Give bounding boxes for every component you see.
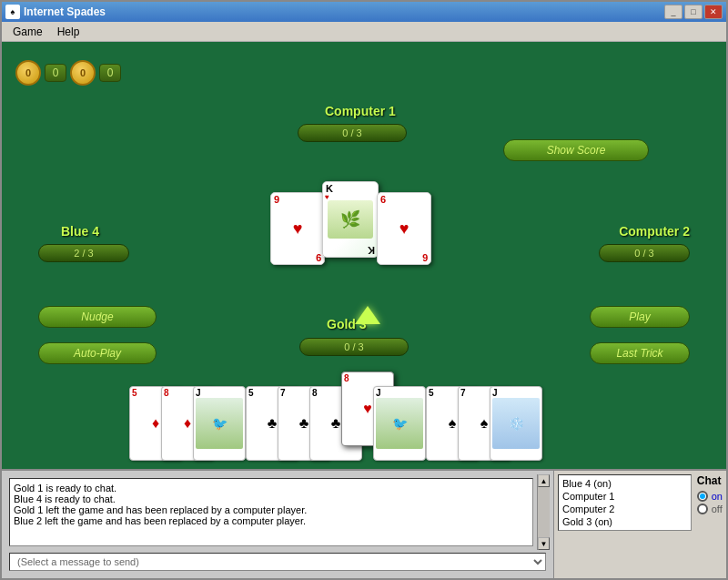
nudge-button[interactable]: Nudge: [38, 306, 157, 328]
hand-card-8[interactable]: J 🐦: [373, 386, 426, 461]
players-list: Blue 4 (on) Computer 1 Computer 2 Gold 3…: [558, 474, 692, 531]
minimize-button[interactable]: _: [664, 5, 682, 19]
window-controls: _ □ ✕: [664, 5, 723, 19]
game-area: 0 0 0 0 Computer 1 0 / 3 Computer 2 0 / …: [2, 42, 726, 469]
chat-message-3: Gold 1 left the game and has been replac…: [14, 504, 529, 515]
chat-scrollbar[interactable]: ▲ ▼: [537, 474, 550, 550]
turn-arrow: [355, 306, 380, 324]
computer2-bid: 0 / 3: [599, 244, 690, 262]
computer1-bid: 0 / 3: [298, 124, 407, 142]
score-coin-2: 0: [70, 60, 96, 86]
show-score-button[interactable]: Show Score: [503, 139, 649, 161]
chat-label: Chat: [697, 474, 722, 487]
blue4-label: Blue 4: [61, 224, 99, 239]
chat-on-label: on: [712, 491, 723, 502]
chat-section: Gold 1 is ready to chat. Blue 4 is ready…: [5, 474, 550, 575]
bottom-panel: Gold 1 is ready to chat. Blue 4 is ready…: [2, 469, 726, 578]
player-list-item-2: Computer 1: [561, 490, 689, 503]
radio-on-indicator: [697, 491, 708, 502]
hand-card-3[interactable]: J 🐦: [193, 386, 246, 461]
blue4-bid: 2 / 3: [38, 244, 129, 262]
chat-radio-group: on off: [697, 491, 723, 514]
score-coin-1: 0: [15, 60, 41, 86]
right-panel: Blue 4 (on) Computer 1 Computer 2 Gold 3…: [553, 471, 726, 578]
radio-off-indicator: [697, 504, 708, 514]
close-button[interactable]: ✕: [704, 5, 723, 19]
app-icon: ♠: [5, 5, 20, 19]
scroll-down-button[interactable]: ▼: [538, 537, 550, 550]
maximize-button[interactable]: □: [684, 5, 703, 19]
play-button[interactable]: Play: [590, 306, 690, 328]
card-king: K ♥ 🌿 K: [322, 181, 379, 258]
last-trick-button[interactable]: Last Trick: [590, 342, 690, 364]
right-panel-top: Blue 4 (on) Computer 1 Computer 2 Gold 3…: [558, 474, 723, 531]
scroll-track: [538, 487, 550, 537]
chat-on-option[interactable]: on: [697, 491, 723, 502]
chat-message-4: Blue 2 left the game and has been replac…: [14, 515, 529, 526]
scroll-up-button[interactable]: ▲: [538, 474, 550, 487]
chat-controls: Chat on off: [697, 474, 723, 514]
message-select[interactable]: (Select a message to send): [9, 553, 546, 571]
player-list-item-3: Computer 2: [561, 503, 689, 515]
computer2-label: Computer 2: [619, 224, 690, 239]
title-bar: ♠ Internet Spades _ □ ✕: [2, 2, 726, 22]
menu-game[interactable]: Game: [5, 24, 50, 40]
chat-log-container: Gold 1 is ready to chat. Blue 4 is ready…: [5, 474, 550, 550]
message-input-row: (Select a message to send): [5, 550, 550, 575]
menu-help[interactable]: Help: [50, 24, 87, 40]
chat-log: Gold 1 is ready to chat. Blue 4 is ready…: [9, 478, 533, 546]
score-box-1: 0: [45, 64, 66, 82]
score-box-2: 0: [99, 64, 121, 82]
card-9-hearts: 9 ♥ 9: [270, 192, 325, 265]
gold3-bid: 0 / 3: [299, 338, 409, 356]
chat-message-1: Gold 1 is ready to chat.: [14, 483, 529, 494]
auto-play-button[interactable]: Auto-Play: [38, 342, 157, 364]
chat-message-2: Blue 4 is ready to chat.: [14, 494, 529, 504]
hand-card-11[interactable]: J ❄️: [490, 386, 542, 461]
chat-off-option[interactable]: off: [697, 504, 723, 514]
main-window: ♠ Internet Spades _ □ ✕ Game Help 0 0 0 …: [0, 0, 728, 580]
computer1-label: Computer 1: [325, 104, 396, 118]
menu-bar: Game Help: [2, 22, 726, 42]
player-list-item-1: Blue 4 (on): [561, 477, 689, 490]
score-counters: 0 0 0 0: [15, 60, 121, 86]
chat-off-label: off: [712, 504, 723, 514]
player-list-item-4: Gold 3 (on): [561, 515, 689, 528]
window-title: Internet Spades: [24, 5, 661, 18]
card-6-hearts: 6 ♥ 6: [377, 192, 431, 265]
